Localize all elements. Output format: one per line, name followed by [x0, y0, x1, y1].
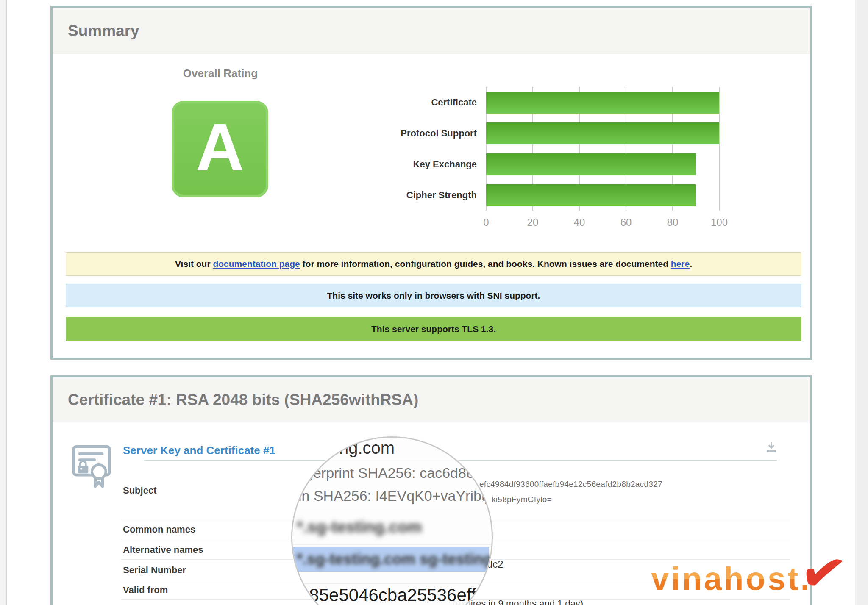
valid-until-note: (expires in 9 months and 1 day)	[453, 598, 583, 605]
download-icon[interactable]	[765, 441, 778, 455]
ssl-report-page: Summary Overall Rating A CertificateProt…	[0, 0, 868, 605]
documentation-page-link[interactable]: documentation page	[213, 259, 300, 269]
documentation-notice-middle: for more information, configuration guid…	[300, 259, 671, 269]
chart-category-label: Cipher Strength	[325, 180, 486, 211]
right-page-margin	[855, 0, 868, 605]
magnified-serial-number: 485e5046cba25536eff828c9	[299, 585, 493, 605]
row-label-common-names: Common names	[123, 524, 195, 535]
vinahost-wordmark: vinahost.	[651, 561, 812, 597]
axis-tick-label: 20	[527, 216, 539, 228]
axis-tick-label: 100	[711, 216, 728, 228]
chart-label-column: CertificateProtocol SupportKey ExchangeC…	[325, 87, 486, 211]
grade-badge: A	[172, 101, 268, 197]
vinahost-logo: vinahost. ✔	[651, 560, 812, 597]
magnified-fingerprint: gerprint SHA256: cac6d8eb1b	[305, 465, 493, 481]
chart-category-label: Protocol Support	[325, 118, 486, 149]
axis-tick-label: 40	[574, 216, 585, 228]
axis-tick-label: 60	[620, 216, 632, 228]
heading-divider	[144, 460, 777, 461]
chart-bar-key-exchange	[486, 153, 696, 175]
magnified-common-name-blurred: *.sg-testing.com	[297, 518, 422, 536]
grade-letter: A	[196, 114, 244, 185]
magnified-alt-names-selection: *.sg-testing.com sg-testing.com	[293, 547, 489, 572]
magnifier-overlay: ting.com gerprint SHA256: cac6d8eb1b in …	[291, 436, 493, 605]
magnified-pin: in SHA256: I4EVqK0+vaYribtjK6kI3	[298, 488, 493, 504]
left-page-margin	[0, 0, 7, 605]
certificate-header: Certificate #1: RSA 2048 bits (SHA256wit…	[53, 377, 810, 422]
magnified-alt-names-blurred: *.sg-testing.com sg-testing.com	[293, 547, 489, 572]
magnified-row-divider	[292, 511, 492, 511]
documentation-notice-prefix: Visit our	[175, 259, 213, 269]
chart-bar-cipher-strength	[486, 184, 696, 206]
magnified-row-divider	[292, 583, 492, 584]
subject-pin-tail: ki58pFymGIylo=	[492, 495, 552, 504]
chart-category-label: Key Exchange	[325, 149, 486, 180]
row-label-alternative-names: Alternative names	[123, 544, 203, 555]
summary-panel: Summary Overall Rating A CertificateProt…	[50, 6, 812, 360]
axis-tick-label: 80	[667, 216, 679, 228]
row-label-subject: Subject	[123, 485, 156, 496]
subject-fingerprint-tail: efc4984df93600ffaefb94e12c56eafd2b8b2acd…	[479, 480, 662, 489]
sni-notice: This site works only in browsers with SN…	[66, 284, 801, 307]
certificate-title: Certificate #1: RSA 2048 bits (SHA256wit…	[53, 377, 810, 422]
chart-bars	[486, 87, 719, 211]
here-link[interactable]: here	[671, 259, 690, 269]
axis-tick-label: 0	[483, 216, 489, 228]
chart-axis-ticks: 020406080100	[486, 216, 719, 229]
tls13-notice: This server supports TLS 1.3.	[66, 317, 801, 341]
documentation-notice: Visit our documentation page for more in…	[66, 252, 801, 276]
row-label-serial-number: Serial Number	[123, 565, 186, 576]
chart-plot-area: 020406080100	[486, 87, 719, 211]
summary-title: Summary	[53, 8, 810, 54]
summary-body: Overall Rating A CertificateProtocol Sup…	[53, 54, 810, 358]
score-chart: CertificateProtocol SupportKey ExchangeC…	[325, 87, 719, 211]
chart-category-label: Certificate	[325, 87, 486, 118]
server-key-heading[interactable]: Server Key and Certificate #1	[123, 444, 275, 457]
certificate-icon	[71, 442, 112, 490]
summary-header: Summary	[53, 8, 810, 54]
chart-bar-protocol-support	[486, 122, 719, 144]
documentation-notice-suffix: .	[690, 259, 692, 269]
magnified-row-divider	[292, 544, 492, 545]
chart-bar-certificate	[486, 92, 719, 114]
overall-rating-label: Overall Rating	[157, 67, 284, 80]
magnified-domain: ting.com	[331, 438, 395, 458]
row-label-valid-from: Valid from	[123, 585, 168, 596]
